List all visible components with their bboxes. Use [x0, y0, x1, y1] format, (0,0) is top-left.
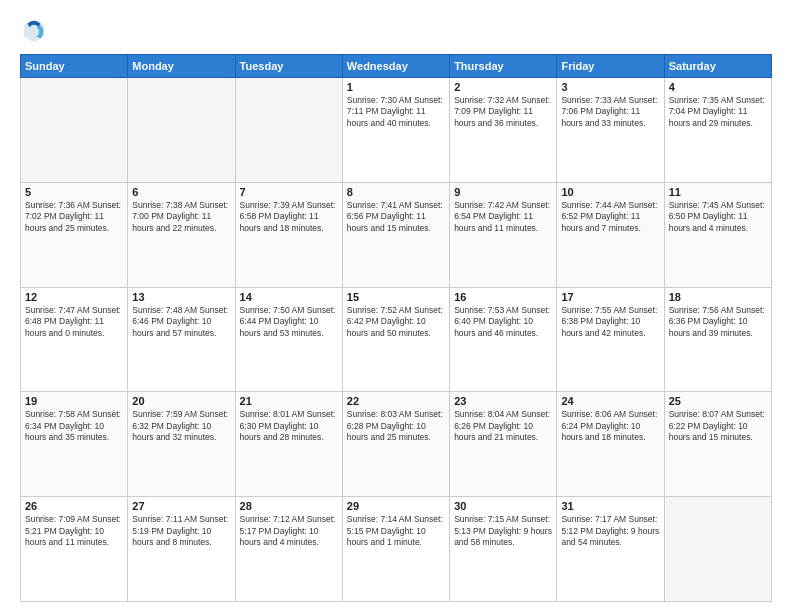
day-number: 13 — [132, 291, 230, 303]
day-cell: 5Sunrise: 7:36 AM Sunset: 7:02 PM Daylig… — [21, 182, 128, 287]
day-cell: 2Sunrise: 7:32 AM Sunset: 7:09 PM Daylig… — [450, 78, 557, 183]
day-number: 4 — [669, 81, 767, 93]
day-cell: 1Sunrise: 7:30 AM Sunset: 7:11 PM Daylig… — [342, 78, 449, 183]
day-number: 14 — [240, 291, 338, 303]
day-info: Sunrise: 7:33 AM Sunset: 7:06 PM Dayligh… — [561, 95, 659, 129]
day-cell: 25Sunrise: 8:07 AM Sunset: 6:22 PM Dayli… — [664, 392, 771, 497]
page: SundayMondayTuesdayWednesdayThursdayFrid… — [0, 0, 792, 612]
day-info: Sunrise: 8:07 AM Sunset: 6:22 PM Dayligh… — [669, 409, 767, 443]
week-row-1: 1Sunrise: 7:30 AM Sunset: 7:11 PM Daylig… — [21, 78, 772, 183]
day-number: 10 — [561, 186, 659, 198]
day-number: 19 — [25, 395, 123, 407]
week-row-3: 12Sunrise: 7:47 AM Sunset: 6:48 PM Dayli… — [21, 287, 772, 392]
day-number: 21 — [240, 395, 338, 407]
day-cell: 27Sunrise: 7:11 AM Sunset: 5:19 PM Dayli… — [128, 497, 235, 602]
day-cell: 11Sunrise: 7:45 AM Sunset: 6:50 PM Dayli… — [664, 182, 771, 287]
weekday-header-tuesday: Tuesday — [235, 55, 342, 78]
day-info: Sunrise: 7:41 AM Sunset: 6:56 PM Dayligh… — [347, 200, 445, 234]
day-info: Sunrise: 7:32 AM Sunset: 7:09 PM Dayligh… — [454, 95, 552, 129]
day-number: 26 — [25, 500, 123, 512]
day-cell: 17Sunrise: 7:55 AM Sunset: 6:38 PM Dayli… — [557, 287, 664, 392]
day-info: Sunrise: 7:53 AM Sunset: 6:40 PM Dayligh… — [454, 305, 552, 339]
day-number: 20 — [132, 395, 230, 407]
day-cell: 10Sunrise: 7:44 AM Sunset: 6:52 PM Dayli… — [557, 182, 664, 287]
day-number: 16 — [454, 291, 552, 303]
day-cell — [235, 78, 342, 183]
day-cell — [128, 78, 235, 183]
week-row-2: 5Sunrise: 7:36 AM Sunset: 7:02 PM Daylig… — [21, 182, 772, 287]
day-cell: 12Sunrise: 7:47 AM Sunset: 6:48 PM Dayli… — [21, 287, 128, 392]
day-number: 9 — [454, 186, 552, 198]
day-info: Sunrise: 7:42 AM Sunset: 6:54 PM Dayligh… — [454, 200, 552, 234]
day-info: Sunrise: 7:44 AM Sunset: 6:52 PM Dayligh… — [561, 200, 659, 234]
day-info: Sunrise: 7:58 AM Sunset: 6:34 PM Dayligh… — [25, 409, 123, 443]
logo — [20, 16, 52, 44]
day-cell: 16Sunrise: 7:53 AM Sunset: 6:40 PM Dayli… — [450, 287, 557, 392]
weekday-header-row: SundayMondayTuesdayWednesdayThursdayFrid… — [21, 55, 772, 78]
day-info: Sunrise: 7:56 AM Sunset: 6:36 PM Dayligh… — [669, 305, 767, 339]
day-info: Sunrise: 7:59 AM Sunset: 6:32 PM Dayligh… — [132, 409, 230, 443]
day-number: 5 — [25, 186, 123, 198]
day-number: 31 — [561, 500, 659, 512]
day-number: 1 — [347, 81, 445, 93]
day-cell: 15Sunrise: 7:52 AM Sunset: 6:42 PM Dayli… — [342, 287, 449, 392]
day-info: Sunrise: 7:35 AM Sunset: 7:04 PM Dayligh… — [669, 95, 767, 129]
day-info: Sunrise: 7:09 AM Sunset: 5:21 PM Dayligh… — [25, 514, 123, 548]
day-info: Sunrise: 8:06 AM Sunset: 6:24 PM Dayligh… — [561, 409, 659, 443]
day-info: Sunrise: 7:45 AM Sunset: 6:50 PM Dayligh… — [669, 200, 767, 234]
day-cell: 3Sunrise: 7:33 AM Sunset: 7:06 PM Daylig… — [557, 78, 664, 183]
day-cell: 21Sunrise: 8:01 AM Sunset: 6:30 PM Dayli… — [235, 392, 342, 497]
day-number: 24 — [561, 395, 659, 407]
day-info: Sunrise: 7:55 AM Sunset: 6:38 PM Dayligh… — [561, 305, 659, 339]
day-cell: 20Sunrise: 7:59 AM Sunset: 6:32 PM Dayli… — [128, 392, 235, 497]
day-info: Sunrise: 7:50 AM Sunset: 6:44 PM Dayligh… — [240, 305, 338, 339]
day-cell: 4Sunrise: 7:35 AM Sunset: 7:04 PM Daylig… — [664, 78, 771, 183]
weekday-header-friday: Friday — [557, 55, 664, 78]
logo-icon — [20, 16, 48, 44]
day-info: Sunrise: 7:12 AM Sunset: 5:17 PM Dayligh… — [240, 514, 338, 548]
day-info: Sunrise: 7:14 AM Sunset: 5:15 PM Dayligh… — [347, 514, 445, 548]
day-cell: 13Sunrise: 7:48 AM Sunset: 6:46 PM Dayli… — [128, 287, 235, 392]
day-number: 30 — [454, 500, 552, 512]
weekday-header-sunday: Sunday — [21, 55, 128, 78]
day-cell: 6Sunrise: 7:38 AM Sunset: 7:00 PM Daylig… — [128, 182, 235, 287]
day-number: 15 — [347, 291, 445, 303]
week-row-4: 19Sunrise: 7:58 AM Sunset: 6:34 PM Dayli… — [21, 392, 772, 497]
day-info: Sunrise: 7:17 AM Sunset: 5:12 PM Dayligh… — [561, 514, 659, 548]
day-number: 25 — [669, 395, 767, 407]
day-cell: 31Sunrise: 7:17 AM Sunset: 5:12 PM Dayli… — [557, 497, 664, 602]
day-cell: 28Sunrise: 7:12 AM Sunset: 5:17 PM Dayli… — [235, 497, 342, 602]
day-number: 27 — [132, 500, 230, 512]
day-cell: 7Sunrise: 7:39 AM Sunset: 6:58 PM Daylig… — [235, 182, 342, 287]
weekday-header-thursday: Thursday — [450, 55, 557, 78]
day-number: 6 — [132, 186, 230, 198]
day-info: Sunrise: 7:39 AM Sunset: 6:58 PM Dayligh… — [240, 200, 338, 234]
day-number: 3 — [561, 81, 659, 93]
day-number: 11 — [669, 186, 767, 198]
day-cell: 23Sunrise: 8:04 AM Sunset: 6:26 PM Dayli… — [450, 392, 557, 497]
calendar: SundayMondayTuesdayWednesdayThursdayFrid… — [20, 54, 772, 602]
weekday-header-monday: Monday — [128, 55, 235, 78]
weekday-header-wednesday: Wednesday — [342, 55, 449, 78]
day-cell: 29Sunrise: 7:14 AM Sunset: 5:15 PM Dayli… — [342, 497, 449, 602]
day-info: Sunrise: 7:30 AM Sunset: 7:11 PM Dayligh… — [347, 95, 445, 129]
day-cell: 26Sunrise: 7:09 AM Sunset: 5:21 PM Dayli… — [21, 497, 128, 602]
day-info: Sunrise: 8:04 AM Sunset: 6:26 PM Dayligh… — [454, 409, 552, 443]
header — [20, 16, 772, 44]
day-number: 23 — [454, 395, 552, 407]
day-info: Sunrise: 8:03 AM Sunset: 6:28 PM Dayligh… — [347, 409, 445, 443]
day-cell — [664, 497, 771, 602]
day-number: 17 — [561, 291, 659, 303]
day-cell — [21, 78, 128, 183]
day-cell: 9Sunrise: 7:42 AM Sunset: 6:54 PM Daylig… — [450, 182, 557, 287]
day-number: 12 — [25, 291, 123, 303]
day-info: Sunrise: 7:38 AM Sunset: 7:00 PM Dayligh… — [132, 200, 230, 234]
day-cell: 22Sunrise: 8:03 AM Sunset: 6:28 PM Dayli… — [342, 392, 449, 497]
day-info: Sunrise: 8:01 AM Sunset: 6:30 PM Dayligh… — [240, 409, 338, 443]
day-info: Sunrise: 7:48 AM Sunset: 6:46 PM Dayligh… — [132, 305, 230, 339]
day-cell: 14Sunrise: 7:50 AM Sunset: 6:44 PM Dayli… — [235, 287, 342, 392]
week-row-5: 26Sunrise: 7:09 AM Sunset: 5:21 PM Dayli… — [21, 497, 772, 602]
day-info: Sunrise: 7:52 AM Sunset: 6:42 PM Dayligh… — [347, 305, 445, 339]
day-number: 29 — [347, 500, 445, 512]
day-info: Sunrise: 7:11 AM Sunset: 5:19 PM Dayligh… — [132, 514, 230, 548]
